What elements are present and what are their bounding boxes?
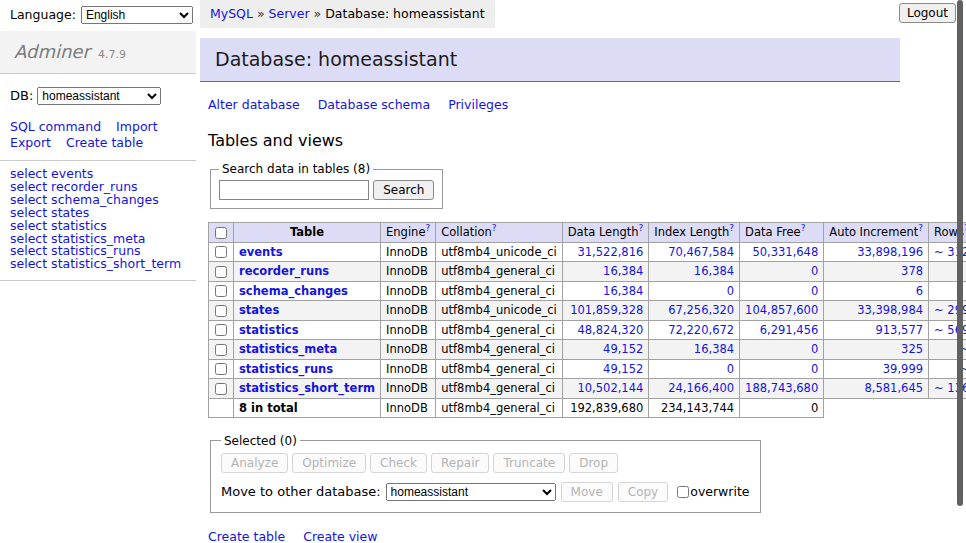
sidebar-link-select-statistics-short-term[interactable]: select statistics_short_term	[10, 256, 181, 271]
cell-index-length-link[interactable]: 0	[727, 362, 734, 376]
cell-index-length-link[interactable]: 16,384	[694, 264, 734, 278]
vertical-scrollbar[interactable]	[957, 0, 963, 506]
cell-collation: utf8mb4_general_ci	[436, 379, 563, 399]
cell-data-length: 31,522,816	[562, 242, 649, 262]
search-input[interactable]	[219, 180, 369, 200]
cell-data-length-link[interactable]: 10,502,144	[577, 381, 643, 395]
cell-engine: InnoDB	[381, 379, 436, 399]
search-button[interactable]: Search	[373, 180, 434, 200]
table-link-schema-changes[interactable]: schema_changes	[239, 284, 348, 298]
link-database-schema[interactable]: Database schema	[318, 97, 430, 112]
cell-auto-increment: 325	[824, 340, 929, 360]
row-checkbox[interactable]	[215, 266, 227, 278]
move-database-select[interactable]: homeassistant	[386, 483, 556, 501]
cell-data-free-link[interactable]: 6,291,456	[760, 323, 819, 337]
table-link-events[interactable]: events	[239, 245, 283, 259]
cell-data-length: 49,152	[562, 340, 649, 360]
cell-data-free-link[interactable]: 0	[811, 362, 818, 376]
total-data-free: 0	[740, 398, 824, 417]
cell-data-length-link[interactable]: 16,384	[603, 284, 643, 298]
cell-data-length-link[interactable]: 16,384	[603, 264, 643, 278]
logout-button[interactable]: Logout	[899, 3, 956, 23]
cell-index-length-link[interactable]: 0	[727, 284, 734, 298]
cell-index-length-link[interactable]: 67,256,320	[668, 303, 734, 317]
cell-index-length: 72,220,672	[649, 320, 740, 340]
column-help-link[interactable]: ?	[639, 223, 644, 233]
cell-table-name: events	[234, 242, 381, 262]
cell-auto-increment-link[interactable]: 378	[901, 264, 923, 278]
row-checkbox[interactable]	[215, 285, 227, 297]
cell-data-free-link[interactable]: 104,857,600	[745, 303, 818, 317]
table-link-recorder-runs[interactable]: recorder_runs	[239, 264, 329, 278]
cell-data-free-link[interactable]: 50,331,648	[752, 245, 818, 259]
table-row-schema-changes: schema_changesInnoDButf8mb4_general_ci16…	[209, 281, 966, 301]
link-create-table[interactable]: Create table	[208, 529, 285, 543]
cell-index-length-link[interactable]: 70,467,584	[668, 245, 734, 259]
cell-data-free-link[interactable]: 0	[811, 264, 818, 278]
sidebar-action-import[interactable]: Import	[116, 119, 158, 134]
column-help-link[interactable]: ?	[918, 223, 923, 233]
cell-index-length: 24,166,400	[649, 379, 740, 399]
selected-buttons-row: AnalyzeOptimizeCheckRepairTruncateDrop	[221, 453, 750, 473]
row-checkbox[interactable]	[215, 344, 227, 356]
column-help-link[interactable]: ?	[425, 223, 430, 233]
cell-index-length-link[interactable]: 24,166,400	[668, 381, 734, 395]
db-row: DB:homeassistant	[0, 74, 196, 114]
column-help-link[interactable]: ?	[492, 223, 497, 233]
row-checkbox[interactable]	[215, 363, 227, 375]
column-help-link[interactable]: ?	[801, 223, 806, 233]
cell-data-length-link[interactable]: 48,824,320	[577, 323, 643, 337]
column-help: ?	[425, 223, 430, 233]
sidebar-action-export[interactable]: Export	[10, 135, 51, 150]
cell-index-length-link[interactable]: 16,384	[694, 342, 734, 356]
cell-auto-increment-link[interactable]: 33,898,196	[857, 245, 923, 259]
table-link-states[interactable]: states	[239, 303, 279, 317]
tables-heading: Tables and views	[208, 131, 900, 150]
row-checkbox[interactable]	[215, 246, 227, 258]
row-checkbox-cell	[209, 262, 234, 282]
sidebar-action-create-table[interactable]: Create table	[66, 135, 143, 150]
move-row: Move to other database:homeassistantMove…	[221, 482, 750, 502]
link-create-view[interactable]: Create view	[303, 529, 377, 543]
row-checkbox[interactable]	[215, 305, 227, 317]
table-link-statistics[interactable]: statistics	[239, 323, 299, 337]
move-label: Move to other database:	[221, 484, 381, 499]
language-select[interactable]: English	[81, 6, 193, 24]
table-link-statistics-short-term[interactable]: statistics_short_term	[239, 381, 375, 395]
table-total-row: 8 in totalInnoDButf8mb4_general_ci192,83…	[209, 398, 966, 417]
link-privileges[interactable]: Privileges	[448, 97, 508, 112]
table-link-statistics-runs[interactable]: statistics_runs	[239, 362, 333, 376]
cell-engine: InnoDB	[381, 359, 436, 379]
row-checkbox[interactable]	[215, 383, 227, 395]
cell-auto-increment-link[interactable]: 8,581,645	[865, 381, 924, 395]
cell-data-free-link[interactable]: 0	[811, 284, 818, 298]
column-help-link[interactable]: ?	[729, 223, 734, 233]
cell-data-length: 16,384	[562, 281, 649, 301]
cell-data-length-link[interactable]: 31,522,816	[577, 245, 643, 259]
cell-data-length-link[interactable]: 49,152	[603, 342, 643, 356]
cell-auto-increment-link[interactable]: 6	[916, 284, 923, 298]
db-select[interactable]: homeassistant	[37, 87, 161, 105]
cell-auto-increment-link[interactable]: 33,398,984	[857, 303, 923, 317]
cell-data-length-link[interactable]: 49,152	[603, 362, 643, 376]
total-label: 8 in total	[234, 398, 381, 417]
select-all-cell	[209, 223, 234, 243]
table-row-events: eventsInnoDButf8mb4_unicode_ci31,522,816…	[209, 242, 966, 262]
breadcrumb-server[interactable]: Server	[269, 6, 310, 21]
breadcrumb-mysql[interactable]: MySQL	[210, 6, 253, 21]
cell-data-free-link[interactable]: 188,743,680	[745, 381, 818, 395]
cell-data-length-link[interactable]: 101,859,328	[570, 303, 643, 317]
cell-auto-increment-link[interactable]: 325	[901, 342, 923, 356]
link-alter-database[interactable]: Alter database	[208, 97, 300, 112]
cell-index-length-link[interactable]: 72,220,672	[668, 323, 734, 337]
row-checkbox[interactable]	[215, 324, 227, 336]
row-checkbox-cell	[209, 320, 234, 340]
cell-data-free-link[interactable]: 0	[811, 342, 818, 356]
overwrite-checkbox[interactable]	[677, 486, 689, 498]
sidebar-action-sql-command[interactable]: SQL command	[10, 119, 101, 134]
cell-auto-increment-link[interactable]: 39,999	[883, 362, 923, 376]
column-header-auto-increment: Auto Increment?	[824, 223, 929, 243]
select-all-checkbox[interactable]	[215, 227, 227, 239]
cell-auto-increment-link[interactable]: 913,577	[875, 323, 923, 337]
table-link-statistics-meta[interactable]: statistics_meta	[239, 342, 337, 356]
